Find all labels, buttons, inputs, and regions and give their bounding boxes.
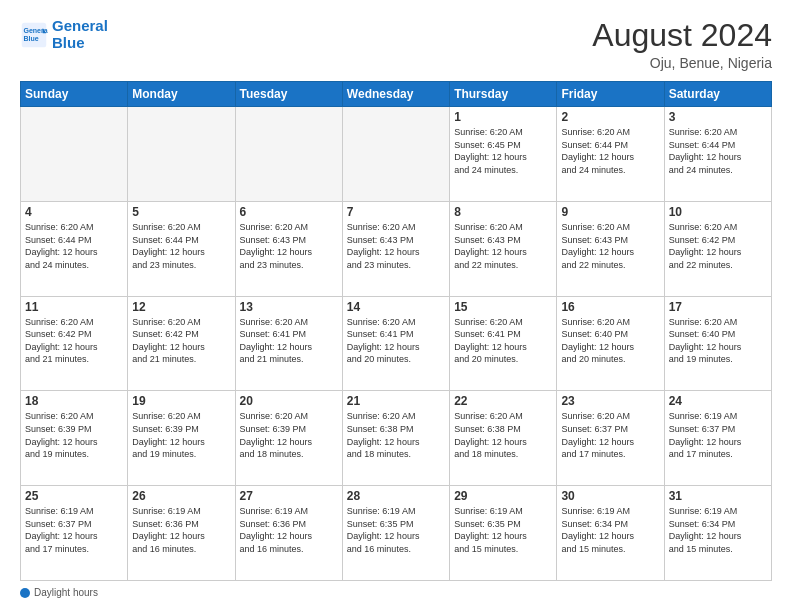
table-row: 6Sunrise: 6:20 AM Sunset: 6:43 PM Daylig… <box>235 201 342 296</box>
table-row: 2Sunrise: 6:20 AM Sunset: 6:44 PM Daylig… <box>557 107 664 202</box>
calendar-week-row: 4Sunrise: 6:20 AM Sunset: 6:44 PM Daylig… <box>21 201 772 296</box>
day-info: Sunrise: 6:20 AM Sunset: 6:39 PM Dayligh… <box>25 410 123 460</box>
col-wednesday: Wednesday <box>342 82 449 107</box>
header: General Blue GeneralBlue August 2024 Oju… <box>20 18 772 71</box>
month-year: August 2024 <box>592 18 772 53</box>
day-info: Sunrise: 6:19 AM Sunset: 6:36 PM Dayligh… <box>240 505 338 555</box>
day-number: 25 <box>25 489 123 503</box>
table-row: 7Sunrise: 6:20 AM Sunset: 6:43 PM Daylig… <box>342 201 449 296</box>
day-info: Sunrise: 6:20 AM Sunset: 6:44 PM Dayligh… <box>561 126 659 176</box>
legend: Daylight hours <box>20 587 772 598</box>
day-number: 7 <box>347 205 445 219</box>
day-number: 20 <box>240 394 338 408</box>
logo-text: GeneralBlue <box>52 18 108 51</box>
day-info: Sunrise: 6:20 AM Sunset: 6:44 PM Dayligh… <box>669 126 767 176</box>
col-monday: Monday <box>128 82 235 107</box>
day-info: Sunrise: 6:19 AM Sunset: 6:35 PM Dayligh… <box>347 505 445 555</box>
calendar-week-row: 18Sunrise: 6:20 AM Sunset: 6:39 PM Dayli… <box>21 391 772 486</box>
location: Oju, Benue, Nigeria <box>592 55 772 71</box>
col-thursday: Thursday <box>450 82 557 107</box>
day-number: 16 <box>561 300 659 314</box>
day-number: 26 <box>132 489 230 503</box>
table-row: 3Sunrise: 6:20 AM Sunset: 6:44 PM Daylig… <box>664 107 771 202</box>
day-number: 19 <box>132 394 230 408</box>
table-row <box>235 107 342 202</box>
table-row: 31Sunrise: 6:19 AM Sunset: 6:34 PM Dayli… <box>664 486 771 581</box>
day-info: Sunrise: 6:20 AM Sunset: 6:38 PM Dayligh… <box>454 410 552 460</box>
day-info: Sunrise: 6:20 AM Sunset: 6:40 PM Dayligh… <box>669 316 767 366</box>
table-row: 5Sunrise: 6:20 AM Sunset: 6:44 PM Daylig… <box>128 201 235 296</box>
calendar-week-row: 25Sunrise: 6:19 AM Sunset: 6:37 PM Dayli… <box>21 486 772 581</box>
day-info: Sunrise: 6:20 AM Sunset: 6:38 PM Dayligh… <box>347 410 445 460</box>
day-info: Sunrise: 6:19 AM Sunset: 6:37 PM Dayligh… <box>25 505 123 555</box>
table-row: 21Sunrise: 6:20 AM Sunset: 6:38 PM Dayli… <box>342 391 449 486</box>
day-number: 23 <box>561 394 659 408</box>
day-info: Sunrise: 6:20 AM Sunset: 6:43 PM Dayligh… <box>561 221 659 271</box>
day-number: 17 <box>669 300 767 314</box>
day-number: 21 <box>347 394 445 408</box>
calendar-week-row: 1Sunrise: 6:20 AM Sunset: 6:45 PM Daylig… <box>21 107 772 202</box>
legend-dot <box>20 588 30 598</box>
table-row: 30Sunrise: 6:19 AM Sunset: 6:34 PM Dayli… <box>557 486 664 581</box>
calendar-week-row: 11Sunrise: 6:20 AM Sunset: 6:42 PM Dayli… <box>21 296 772 391</box>
day-number: 3 <box>669 110 767 124</box>
table-row: 14Sunrise: 6:20 AM Sunset: 6:41 PM Dayli… <box>342 296 449 391</box>
table-row: 4Sunrise: 6:20 AM Sunset: 6:44 PM Daylig… <box>21 201 128 296</box>
table-row: 25Sunrise: 6:19 AM Sunset: 6:37 PM Dayli… <box>21 486 128 581</box>
page: General Blue GeneralBlue August 2024 Oju… <box>0 0 792 612</box>
col-sunday: Sunday <box>21 82 128 107</box>
day-number: 18 <box>25 394 123 408</box>
day-info: Sunrise: 6:20 AM Sunset: 6:44 PM Dayligh… <box>25 221 123 271</box>
table-row: 15Sunrise: 6:20 AM Sunset: 6:41 PM Dayli… <box>450 296 557 391</box>
day-info: Sunrise: 6:20 AM Sunset: 6:42 PM Dayligh… <box>669 221 767 271</box>
day-number: 31 <box>669 489 767 503</box>
logo-icon: General Blue <box>20 21 48 49</box>
day-number: 28 <box>347 489 445 503</box>
day-number: 29 <box>454 489 552 503</box>
table-row <box>342 107 449 202</box>
day-info: Sunrise: 6:20 AM Sunset: 6:42 PM Dayligh… <box>25 316 123 366</box>
day-info: Sunrise: 6:20 AM Sunset: 6:43 PM Dayligh… <box>240 221 338 271</box>
table-row: 22Sunrise: 6:20 AM Sunset: 6:38 PM Dayli… <box>450 391 557 486</box>
day-number: 13 <box>240 300 338 314</box>
table-row: 24Sunrise: 6:19 AM Sunset: 6:37 PM Dayli… <box>664 391 771 486</box>
day-info: Sunrise: 6:20 AM Sunset: 6:44 PM Dayligh… <box>132 221 230 271</box>
table-row: 20Sunrise: 6:20 AM Sunset: 6:39 PM Dayli… <box>235 391 342 486</box>
table-row: 12Sunrise: 6:20 AM Sunset: 6:42 PM Dayli… <box>128 296 235 391</box>
table-row: 29Sunrise: 6:19 AM Sunset: 6:35 PM Dayli… <box>450 486 557 581</box>
day-number: 24 <box>669 394 767 408</box>
day-number: 14 <box>347 300 445 314</box>
day-number: 27 <box>240 489 338 503</box>
day-info: Sunrise: 6:19 AM Sunset: 6:34 PM Dayligh… <box>561 505 659 555</box>
calendar-header-row: Sunday Monday Tuesday Wednesday Thursday… <box>21 82 772 107</box>
table-row: 19Sunrise: 6:20 AM Sunset: 6:39 PM Dayli… <box>128 391 235 486</box>
table-row: 1Sunrise: 6:20 AM Sunset: 6:45 PM Daylig… <box>450 107 557 202</box>
day-info: Sunrise: 6:20 AM Sunset: 6:39 PM Dayligh… <box>132 410 230 460</box>
table-row: 18Sunrise: 6:20 AM Sunset: 6:39 PM Dayli… <box>21 391 128 486</box>
table-row: 9Sunrise: 6:20 AM Sunset: 6:43 PM Daylig… <box>557 201 664 296</box>
table-row: 10Sunrise: 6:20 AM Sunset: 6:42 PM Dayli… <box>664 201 771 296</box>
table-row: 23Sunrise: 6:20 AM Sunset: 6:37 PM Dayli… <box>557 391 664 486</box>
table-row <box>21 107 128 202</box>
table-row <box>128 107 235 202</box>
day-number: 4 <box>25 205 123 219</box>
table-row: 11Sunrise: 6:20 AM Sunset: 6:42 PM Dayli… <box>21 296 128 391</box>
table-row: 16Sunrise: 6:20 AM Sunset: 6:40 PM Dayli… <box>557 296 664 391</box>
col-tuesday: Tuesday <box>235 82 342 107</box>
day-number: 9 <box>561 205 659 219</box>
day-number: 8 <box>454 205 552 219</box>
day-info: Sunrise: 6:20 AM Sunset: 6:41 PM Dayligh… <box>454 316 552 366</box>
table-row: 8Sunrise: 6:20 AM Sunset: 6:43 PM Daylig… <box>450 201 557 296</box>
table-row: 13Sunrise: 6:20 AM Sunset: 6:41 PM Dayli… <box>235 296 342 391</box>
day-info: Sunrise: 6:20 AM Sunset: 6:43 PM Dayligh… <box>454 221 552 271</box>
day-number: 10 <box>669 205 767 219</box>
day-number: 30 <box>561 489 659 503</box>
table-row: 27Sunrise: 6:19 AM Sunset: 6:36 PM Dayli… <box>235 486 342 581</box>
day-number: 5 <box>132 205 230 219</box>
day-number: 2 <box>561 110 659 124</box>
day-info: Sunrise: 6:19 AM Sunset: 6:34 PM Dayligh… <box>669 505 767 555</box>
day-number: 11 <box>25 300 123 314</box>
day-number: 1 <box>454 110 552 124</box>
day-number: 12 <box>132 300 230 314</box>
table-row: 17Sunrise: 6:20 AM Sunset: 6:40 PM Dayli… <box>664 296 771 391</box>
